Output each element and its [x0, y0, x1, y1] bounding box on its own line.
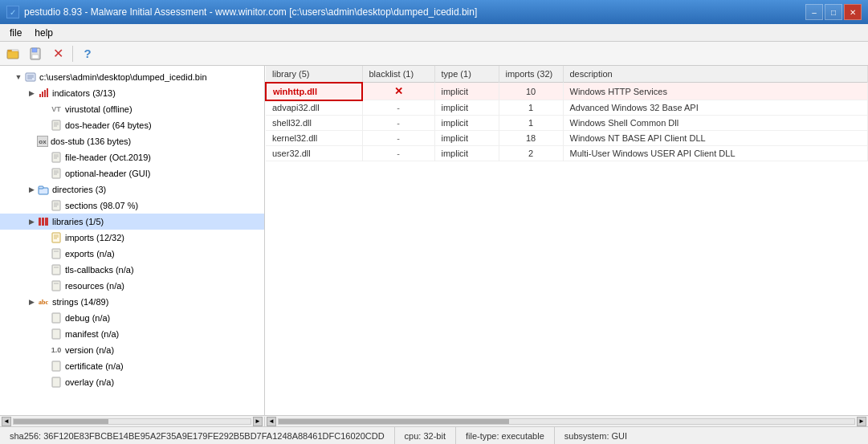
cell-type: implicit: [434, 131, 499, 146]
left-scroll-right-arrow[interactable]: ►: [253, 417, 263, 426]
delete-button[interactable]: ✕: [48, 44, 67, 63]
virustotal-icon: VT: [50, 103, 63, 116]
status-bar: sha256: 36F120E83FBCBE14BE95A2F35A9E179F…: [0, 426, 868, 444]
certificate-label: certificate (n/a): [65, 361, 124, 371]
menu-file[interactable]: file: [3, 26, 28, 40]
version-label: version (n/a): [65, 345, 114, 355]
tree-item-strings[interactable]: ▶ abc strings (14/89): [0, 294, 264, 310]
minimize-button[interactable]: –: [805, 4, 823, 20]
tree-item-file-header[interactable]: file-header (Oct.2019): [0, 149, 264, 165]
exports-icon: [50, 247, 63, 260]
tree-item-debug[interactable]: debug (n/a): [0, 310, 264, 326]
tree-item-overlay[interactable]: overlay (n/a): [0, 374, 264, 390]
table-header-row: library (5) blacklist (1) type (1) impor…: [266, 66, 868, 83]
cell-type: implicit: [434, 100, 499, 116]
tree-item-imports[interactable]: imports (12/32): [0, 230, 264, 246]
tree-item-directories[interactable]: ▶ directories (3): [0, 181, 264, 198]
left-scroll-left-arrow[interactable]: ◄: [2, 417, 11, 426]
toolbar: ✕ ?: [0, 42, 868, 66]
window-controls: – □ ✕: [805, 4, 862, 20]
tree-item-dos-header[interactable]: dos-header (64 bytes): [0, 117, 264, 133]
libraries-expander[interactable]: ▶: [26, 216, 37, 227]
cell-library: kernel32.dll: [266, 131, 362, 146]
vt-expander: [39, 104, 50, 115]
tree-item-resources[interactable]: resources (n/a): [0, 278, 264, 294]
table-row[interactable]: kernel32.dll-implicit18Windows NT BASE A…: [266, 131, 868, 146]
right-scroll-right-arrow[interactable]: ►: [857, 417, 866, 426]
dos-header-icon: [50, 119, 63, 132]
file-header-icon: [50, 151, 63, 164]
directories-icon: [37, 183, 50, 196]
svg-rect-41: [52, 265, 60, 275]
cell-blacklist: -: [362, 131, 434, 146]
cell-type: implicit: [434, 146, 499, 161]
svg-rect-28: [52, 201, 60, 210]
libraries-icon: [37, 215, 50, 228]
tree-item-tls-callbacks[interactable]: tls-callbacks (n/a): [0, 262, 264, 278]
strings-expander[interactable]: ▶: [26, 296, 37, 308]
table-row[interactable]: shell32.dll-implicit1Windows Shell Commo…: [266, 116, 868, 131]
status-sha256: sha256: 36F120E83FBCBE14BE95A2F35A9E179F…: [6, 427, 395, 444]
col-imports[interactable]: imports (32): [499, 66, 563, 83]
col-description[interactable]: description: [563, 66, 868, 83]
overlay-label: overlay (n/a): [65, 377, 114, 387]
status-subsystem: subsystem: GUI: [555, 427, 637, 444]
tree-item-certificate[interactable]: certificate (n/a): [0, 358, 264, 374]
menu-help[interactable]: help: [28, 26, 59, 40]
save-button[interactable]: [26, 44, 45, 63]
svg-rect-39: [52, 249, 60, 259]
svg-rect-14: [52, 120, 60, 130]
tree-item-indicators[interactable]: ▶ indicators (3/13): [0, 85, 264, 101]
help-button[interactable]: ?: [78, 44, 97, 63]
col-library[interactable]: library (5): [266, 66, 362, 83]
toolbar-separator: [72, 46, 73, 62]
tls-label: tls-callbacks (n/a): [65, 265, 134, 275]
tree-item-libraries[interactable]: ▶ libraries (1/5): [0, 214, 264, 230]
directories-expander[interactable]: ▶: [26, 184, 37, 195]
svg-rect-35: [52, 233, 60, 242]
right-scroll-track[interactable]: [278, 418, 855, 425]
table-row[interactable]: advapi32.dll-implicit1Advanced Windows 3…: [266, 100, 868, 116]
cell-type: implicit: [434, 83, 499, 100]
debug-icon: [50, 312, 63, 324]
cell-library: winhttp.dll: [266, 83, 362, 100]
status-filetype: file-type: executable: [456, 427, 555, 444]
tree-item-dos-stub[interactable]: ox dos-stub (136 bytes): [0, 133, 264, 149]
status-cpu: cpu: 32-bit: [395, 427, 456, 444]
resources-label: resources (n/a): [65, 281, 124, 291]
right-scroll-left-arrow[interactable]: ◄: [267, 417, 276, 426]
cell-imports: 10: [499, 83, 563, 100]
left-panel: ▼ c:\users\admin\desktop\dumped_icedid.b…: [0, 66, 265, 415]
col-blacklist[interactable]: blacklist (1): [362, 66, 434, 83]
version-icon: 1.0: [50, 344, 63, 356]
svg-rect-13: [47, 88, 48, 97]
certificate-icon: [50, 360, 63, 373]
svg-rect-48: [52, 377, 60, 387]
tree-root[interactable]: ▼ c:\users\admin\desktop\dumped_icedid.b…: [0, 69, 264, 85]
close-button[interactable]: ✕: [844, 4, 862, 20]
cell-library: shell32.dll: [266, 116, 362, 131]
open-button[interactable]: [3, 44, 22, 63]
svg-rect-34: [45, 218, 48, 226]
svg-rect-1: [7, 51, 18, 59]
tree-item-sections[interactable]: sections (98.07 %): [0, 198, 264, 214]
cell-imports: 2: [499, 146, 563, 161]
svg-rect-5: [32, 55, 39, 59]
file-header-label: file-header (Oct.2019): [65, 153, 151, 162]
indicators-expander[interactable]: ▶: [26, 88, 37, 99]
left-scroll-track[interactable]: [13, 418, 251, 425]
tree-item-exports[interactable]: exports (n/a): [0, 246, 264, 262]
svg-rect-12: [44, 90, 46, 97]
optional-header-icon: [50, 167, 63, 180]
tree-item-manifest[interactable]: manifest (n/a): [0, 326, 264, 342]
table-row[interactable]: user32.dll-implicit2Multi-User Windows U…: [266, 146, 868, 161]
table-row[interactable]: winhttp.dll✕implicit10Windows HTTP Servi…: [266, 83, 868, 100]
tree-item-optional-header[interactable]: optional-header (GUI): [0, 165, 264, 181]
main-content: ▼ c:\users\admin\desktop\dumped_icedid.b…: [0, 66, 868, 415]
maximize-button[interactable]: □: [825, 4, 842, 20]
root-expander[interactable]: ▼: [13, 71, 24, 83]
tree-item-virustotal[interactable]: VT virustotal (offline): [0, 101, 264, 117]
directories-label: directories (3): [52, 185, 106, 194]
col-type[interactable]: type (1): [434, 66, 499, 83]
tree-item-version[interactable]: 1.0 version (n/a): [0, 342, 264, 358]
